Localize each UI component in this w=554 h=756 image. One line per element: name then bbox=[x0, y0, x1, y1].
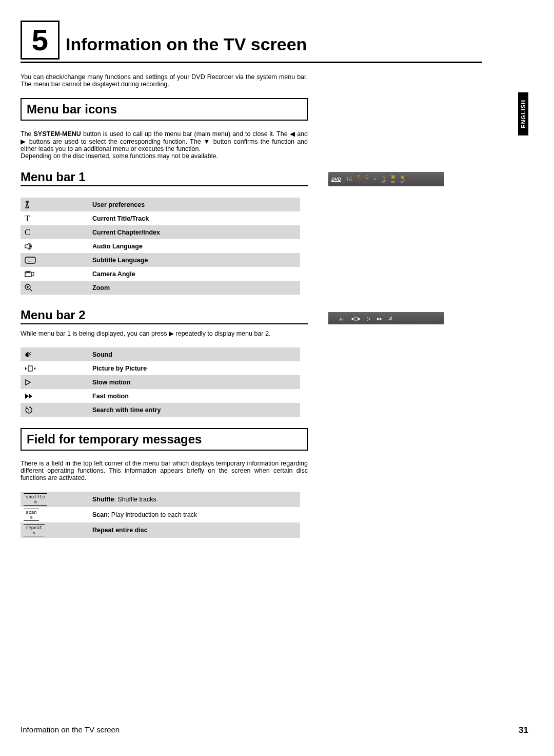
camera-icon bbox=[21, 270, 92, 278]
messages-items: shuffle⤭ Shuffle: Shuffle tracks scan⊙ S… bbox=[21, 492, 300, 538]
right-arrow-icon: ▶ bbox=[21, 138, 27, 145]
svg-text:t: t bbox=[28, 409, 29, 412]
osd-dvd-label: DVD bbox=[331, 177, 341, 182]
text: Depending on the disc inserted, some fun… bbox=[21, 152, 218, 160]
text: button is used to call up the menu bar (… bbox=[81, 130, 290, 138]
subtitle-icon: ..... bbox=[21, 257, 92, 264]
fast-osd-icon: ▸▸ bbox=[377, 316, 382, 321]
item-label: Subtitle Language bbox=[92, 257, 300, 264]
title-icon: T bbox=[21, 214, 92, 224]
pbp-osd-icon: ◂▢▸ bbox=[351, 316, 361, 321]
item-label: Audio Language bbox=[92, 243, 300, 250]
prefs-icon bbox=[21, 201, 92, 209]
item-label: Current Chapter/Index bbox=[92, 229, 300, 236]
item-label: Current Title/Track bbox=[92, 215, 300, 222]
section-heading-icons: Menu bar icons bbox=[21, 98, 308, 121]
svg-rect-6 bbox=[28, 366, 32, 371]
osd-cell: ⌘ bbox=[391, 175, 395, 180]
osd-cell: C bbox=[365, 175, 369, 180]
pbp-icon bbox=[21, 365, 92, 372]
osd-bar-1: DVD TÅ T-- C--- « ⌂off ⌘no ⊕off bbox=[328, 172, 444, 186]
osd-cell: ⌂ bbox=[382, 175, 385, 180]
sound-icon bbox=[21, 351, 92, 358]
item-label: Zoom bbox=[92, 284, 300, 292]
search-icon: t bbox=[21, 406, 92, 414]
item-label: Picture by Picture bbox=[92, 365, 300, 372]
item-label: Sound bbox=[92, 351, 300, 358]
shuffle-icon: shuffle⤭ bbox=[24, 493, 47, 506]
menu2-heading: Menu bar 2 bbox=[21, 308, 308, 324]
svg-text:.....: ..... bbox=[28, 259, 33, 262]
osd-cell: TÅ bbox=[346, 177, 352, 182]
scan-icon: scan⊙ bbox=[24, 509, 39, 521]
osd-cell-val: off bbox=[382, 180, 386, 183]
item-label: Scan: Play introduction to each track bbox=[92, 511, 300, 518]
item-label: Search with time entry bbox=[92, 406, 300, 414]
down-arrow-icon: ▼ bbox=[204, 138, 211, 145]
text: buttons are used to select the correspon… bbox=[27, 138, 204, 145]
item-label: Fast motion bbox=[92, 393, 300, 400]
osd-cell: T bbox=[358, 175, 361, 180]
chapter-number: 5 bbox=[21, 21, 60, 60]
item-label: Repeat entire disc bbox=[92, 527, 300, 534]
chapter-header: 5 Information on the TV screen bbox=[21, 21, 482, 63]
osd-cell-val: no bbox=[391, 180, 395, 183]
right-arrow-icon: ▶ bbox=[169, 330, 174, 337]
zoom-icon bbox=[21, 284, 92, 292]
slow-osd-icon: ▷ bbox=[367, 316, 371, 321]
menu1-heading: Menu bar 1 bbox=[21, 170, 308, 186]
chapter-icon: C bbox=[21, 227, 92, 238]
system-menu-label: SYSTEM-MENU bbox=[34, 130, 81, 138]
section-heading-messages: Field for temporary messages bbox=[21, 428, 308, 451]
item-label: User preferences bbox=[92, 201, 300, 208]
text: While menu bar 1 is being displayed, you… bbox=[21, 330, 169, 337]
sound-osd-icon: 🔈 bbox=[339, 316, 345, 321]
search-osd-icon: ↺ bbox=[388, 316, 392, 321]
menu2-paragraph: While menu bar 1 is being displayed, you… bbox=[21, 329, 308, 337]
osd-bar-2: 🔈 ◂▢▸ ▷ ▸▸ ↺ bbox=[328, 312, 444, 324]
chapter-title: Information on the TV screen bbox=[66, 34, 307, 54]
menu1-items: User preferences TCurrent Title/Track CC… bbox=[21, 198, 300, 295]
osd-cell: « bbox=[374, 177, 377, 182]
item-label: Camera Angle bbox=[92, 270, 300, 278]
left-arrow-icon: ◀ bbox=[290, 130, 295, 138]
text: repeatedly to display menu bar 2. bbox=[174, 330, 270, 337]
menu2-items: Sound Picture by Picture Slow motion Fas… bbox=[21, 347, 300, 417]
osd-cell: ⊕ bbox=[401, 175, 405, 180]
repeat-icon: repeat↻ bbox=[24, 524, 45, 536]
osd-cell-val: off bbox=[401, 180, 405, 183]
item-label: Shuffle: Shuffle tracks bbox=[92, 496, 300, 503]
text: The bbox=[21, 130, 34, 138]
section1-paragraph: The SYSTEM-MENU button is used to call u… bbox=[21, 130, 308, 160]
osd-cell-val: --- bbox=[365, 180, 369, 183]
slow-icon bbox=[21, 379, 92, 386]
fast-icon bbox=[21, 393, 92, 400]
audio-icon bbox=[21, 243, 92, 250]
intro-paragraph: You can check/change many functions and … bbox=[21, 73, 308, 88]
text: and bbox=[295, 130, 308, 138]
messages-paragraph: There is a field in the top left corner … bbox=[21, 460, 308, 481]
item-label: Slow motion bbox=[92, 379, 300, 386]
osd-cell-val: -- bbox=[358, 180, 360, 183]
